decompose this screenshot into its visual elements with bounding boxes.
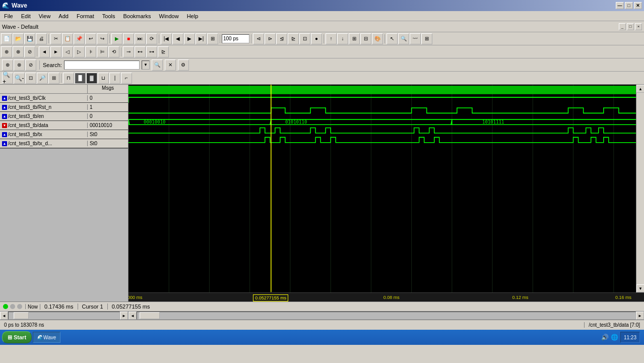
shape-btn2[interactable]: █ <box>75 73 86 84</box>
zoom-in-btn[interactable]: 🔍+ <box>2 73 13 84</box>
signal-row-tx[interactable]: ▲ /cnt_test3_tb/tx St0 <box>0 130 128 139</box>
scrollbar-up-btn[interactable]: ▲ <box>636 85 644 93</box>
search-nav: ⊕ ⊗ ⊘ <box>2 59 36 71</box>
edge-sel-next-btn[interactable]: ▷ <box>74 46 85 57</box>
time-input[interactable] <box>222 34 249 43</box>
redo-btn[interactable]: ↪ <box>97 33 108 44</box>
shape-btn4[interactable]: ⊔ <box>98 73 109 84</box>
time-btn3[interactable]: ⊶ <box>146 46 157 57</box>
maximize-button[interactable]: □ <box>625 2 633 9</box>
sig-nav-btn2[interactable]: ⊗ <box>13 46 24 57</box>
sig-dn-btn[interactable]: ↓ <box>337 33 348 44</box>
time-btn1[interactable]: ⊸ <box>123 46 134 57</box>
edge-start-btn[interactable]: ⊨ <box>97 46 108 57</box>
zoom-out-btn[interactable]: 🔍- <box>14 73 25 84</box>
restart-btn[interactable]: ⟳ <box>146 33 157 44</box>
wave-close-btn[interactable]: × <box>635 23 642 30</box>
menu-format[interactable]: Format <box>73 12 98 20</box>
start-button[interactable]: ⊞ Start <box>2 331 32 343</box>
save-btn[interactable]: 💾 <box>24 33 35 44</box>
select-btn[interactable]: ↖ <box>387 33 398 44</box>
cursor-btn1[interactable]: ⊲ <box>253 33 264 44</box>
wave-scroll-left[interactable]: ◄ <box>128 312 137 320</box>
edge-loop-btn[interactable]: ⟲ <box>108 46 119 57</box>
menu-window[interactable]: Window <box>155 12 183 20</box>
close-button[interactable]: ✕ <box>634 2 642 9</box>
cursor-btn4[interactable]: ⊵ <box>288 33 299 44</box>
print-btn[interactable]: 🖨 <box>36 33 47 44</box>
menu-bookmarks[interactable]: Bookmarks <box>119 12 155 20</box>
wave-scrollbar-v[interactable]: ▲ ▼ <box>636 85 644 292</box>
search-exec-btn[interactable]: 🔍 <box>152 59 163 71</box>
menu-view[interactable]: View <box>35 12 55 20</box>
shape-btn6[interactable]: ⌐ <box>121 73 132 84</box>
sig-up-btn[interactable]: ↑ <box>326 33 337 44</box>
sig-expand-btn[interactable]: ⊟ <box>360 33 371 44</box>
cut-btn[interactable]: ✂ <box>50 33 61 44</box>
menu-help[interactable]: Help <box>183 12 203 20</box>
search-nav-btn2[interactable]: ⊗ <box>14 59 25 71</box>
search-dropdown[interactable]: ▼ <box>142 60 150 70</box>
edge-sel-prev-btn[interactable]: ◁ <box>62 46 73 57</box>
search-opt-btn[interactable]: ⚙ <box>178 59 189 71</box>
taskbar-wave-app[interactable]: 🌊 Wave <box>33 332 60 343</box>
copy-btn[interactable]: 📋 <box>62 33 73 44</box>
menu-edit[interactable]: Edit <box>17 12 35 20</box>
shape-btn5[interactable]: | <box>109 73 120 84</box>
open-btn[interactable]: 📂 <box>13 33 24 44</box>
edge-end-btn[interactable]: ⊧ <box>85 46 96 57</box>
zoom-area-btn[interactable]: ⊞ <box>48 73 59 84</box>
zoom-sel-btn2[interactable]: 🔎 <box>37 73 48 84</box>
wave-panel[interactable]: 00010010 01010110 10101111 0000 ms 0.0 <box>128 85 644 301</box>
nav-start-btn[interactable]: |◀ <box>161 33 172 44</box>
menu-file[interactable]: File <box>0 12 17 20</box>
signal-row-data[interactable]: ▼ /cnt_test3_tb/data 00010010 <box>0 121 128 130</box>
undo-btn[interactable]: ↩ <box>85 33 96 44</box>
signal-row-en[interactable]: ▲ /cnt_test3_tb/en 0 <box>0 112 128 121</box>
wave-restore-btn[interactable]: □ <box>627 23 634 30</box>
shape-btn1[interactable]: ⊓ <box>63 73 74 84</box>
signal-row-rst[interactable]: ▲ /cnt_test3_tb/Rst_n 1 <box>0 103 128 112</box>
search-nav-btn3[interactable]: ⊘ <box>25 59 36 71</box>
signal-row-txd[interactable]: ▲ /cnt_test3_tb/tx_d... St0 <box>0 139 128 148</box>
sig-nav-btn3[interactable]: ⊘ <box>24 46 35 57</box>
cursor-btn6[interactable]: ● <box>311 33 322 44</box>
nav-fit-btn[interactable]: ⊞ <box>207 33 218 44</box>
time-btn4[interactable]: ⊵ <box>158 46 169 57</box>
sig-grp-btn[interactable]: ⊞ <box>349 33 360 44</box>
sig-scroll-right[interactable]: ► <box>120 312 128 320</box>
edge-prev-btn[interactable]: ◄ <box>39 46 50 57</box>
cursor-btn5[interactable]: ⊡ <box>299 33 310 44</box>
edge-next-btn[interactable]: ► <box>50 46 61 57</box>
cursor-btn2[interactable]: ⊳ <box>265 33 276 44</box>
nav-next-btn[interactable]: ▶ <box>184 33 195 44</box>
snap-btn[interactable]: ⊞ <box>421 33 432 44</box>
nav-prev-btn[interactable]: ◀ <box>172 33 183 44</box>
wave-scroll-right[interactable]: ► <box>636 312 644 320</box>
stop-btn[interactable]: ■ <box>123 33 134 44</box>
paste-btn[interactable]: 📌 <box>74 33 85 44</box>
wave-minimize-btn[interactable]: _ <box>619 23 626 30</box>
wave-sel-btn[interactable]: 〰 <box>410 33 421 44</box>
zoom-sel-btn[interactable]: 🔍 <box>398 33 409 44</box>
sig-nav-btn1[interactable]: ⊕ <box>1 46 12 57</box>
search-input[interactable] <box>64 60 140 70</box>
zoom-full-btn[interactable]: ⊡ <box>25 73 36 84</box>
nav-end-btn[interactable]: ▶| <box>196 33 207 44</box>
menu-add[interactable]: Add <box>54 12 73 20</box>
new-btn[interactable]: 📄 <box>1 33 12 44</box>
menu-tools[interactable]: Tools <box>98 12 119 20</box>
shape-btn3[interactable]: ▓ <box>86 73 97 84</box>
sig-scroll-left[interactable]: ◄ <box>0 312 8 320</box>
sig-color-btn[interactable]: 🎨 <box>372 33 383 44</box>
search-nav-btn1[interactable]: ⊕ <box>2 59 13 71</box>
run-btn[interactable]: ▶ <box>111 33 122 44</box>
step-btn[interactable]: ⏭ <box>135 33 146 44</box>
search-clear-btn[interactable]: ✕ <box>165 59 176 71</box>
time-btn2[interactable]: ⊷ <box>135 46 146 57</box>
scrollbar-down-btn[interactable]: ▼ <box>636 284 644 292</box>
signal-row-clk[interactable]: ▲ /cnt_test3_tb/Clk 0 <box>0 94 128 103</box>
minimize-button[interactable]: — <box>616 2 624 9</box>
cursor-btn3[interactable]: ⊴ <box>276 33 287 44</box>
signal-name-rst: ▲ /cnt_test3_tb/Rst_n <box>0 104 88 110</box>
